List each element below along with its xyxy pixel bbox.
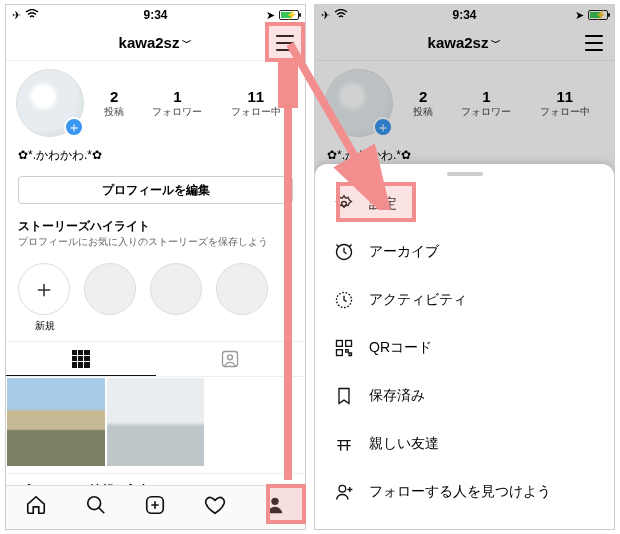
plus-square-icon bbox=[144, 494, 166, 516]
menu-archive[interactable]: アーカイブ bbox=[315, 228, 614, 276]
nav-new[interactable] bbox=[143, 494, 167, 521]
profile-screen: ✈ 9:34 ➤ ⚡ kawa2sz﹀ ＋ 2投稿 1フォロワー 11フォロー中… bbox=[5, 4, 306, 530]
activity-icon bbox=[333, 290, 355, 310]
svg-rect-0 bbox=[223, 352, 238, 367]
archive-icon bbox=[333, 242, 355, 262]
menu-settings[interactable]: 設定 bbox=[315, 180, 614, 228]
profile-header: kawa2sz﹀ bbox=[6, 25, 305, 61]
highlight-new[interactable]: ＋新規 bbox=[18, 263, 72, 333]
svg-point-1 bbox=[228, 355, 233, 360]
nav-profile[interactable] bbox=[263, 494, 287, 521]
highlight-placeholder bbox=[216, 263, 270, 333]
highlights-subtitle: プロフィールにお気に入りのストーリーズを保存しよう bbox=[18, 235, 293, 249]
sheet-handle[interactable] bbox=[447, 172, 483, 176]
svg-point-11 bbox=[339, 485, 346, 492]
highlights-section: ストーリーズハイライト プロフィールにお気に入りのストーリーズを保存しよう bbox=[6, 214, 305, 255]
profile-tabs bbox=[6, 341, 305, 377]
username-dropdown[interactable]: kawa2sz﹀ bbox=[119, 34, 193, 51]
status-time: 9:34 bbox=[6, 8, 305, 22]
menu-close-friends[interactable]: 親しい友達 bbox=[315, 420, 614, 468]
profile-stats-row: ＋ 2投稿 1フォロワー 11フォロー中 bbox=[6, 61, 305, 143]
svg-point-4 bbox=[271, 498, 278, 505]
menu-activity[interactable]: アクティビティ bbox=[315, 276, 614, 324]
nav-activity[interactable] bbox=[203, 494, 227, 521]
tagged-icon bbox=[220, 349, 240, 369]
battery-icon: ⚡ bbox=[279, 10, 299, 20]
bottom-nav bbox=[6, 485, 305, 529]
nav-search[interactable] bbox=[84, 494, 108, 521]
qr-icon bbox=[333, 338, 355, 358]
avatar-wrap[interactable]: ＋ bbox=[16, 69, 84, 137]
highlight-placeholder bbox=[150, 263, 204, 333]
home-icon bbox=[25, 494, 47, 516]
edit-profile-button[interactable]: プロフィールを編集 bbox=[18, 176, 293, 204]
highlight-placeholder bbox=[84, 263, 138, 333]
gear-icon bbox=[333, 194, 355, 214]
close-friends-icon bbox=[333, 434, 355, 454]
stat-followers[interactable]: 1フォロワー bbox=[152, 88, 202, 119]
menu-sheet: 設定 アーカイブ アクティビティ QRコード 保存済み 親しい友達 フォローする… bbox=[315, 164, 614, 529]
menu-screen: ✈ 9:34 ➤⚡ kawa2sz﹀ ＋ 2投稿 1フォロワー 11フォロー中 … bbox=[314, 4, 615, 530]
svg-rect-9 bbox=[346, 341, 352, 347]
highlights-row: ＋新規 bbox=[6, 255, 305, 335]
menu-qr[interactable]: QRコード bbox=[315, 324, 614, 372]
tab-grid[interactable] bbox=[6, 342, 156, 376]
tab-tagged[interactable] bbox=[156, 342, 306, 376]
grid-icon bbox=[72, 350, 90, 368]
stat-following[interactable]: 11フォロー中 bbox=[231, 88, 281, 119]
bio-text: ✿*.かわかわ.*✿ bbox=[6, 143, 305, 172]
status-bar: ✈ 9:34 ➤ ⚡ bbox=[6, 5, 305, 25]
menu-saved[interactable]: 保存済み bbox=[315, 372, 614, 420]
stat-posts[interactable]: 2投稿 bbox=[104, 88, 124, 119]
svg-rect-8 bbox=[337, 341, 343, 347]
person-icon bbox=[264, 494, 286, 516]
search-icon bbox=[85, 494, 107, 516]
add-story-icon[interactable]: ＋ bbox=[64, 117, 84, 137]
menu-button[interactable] bbox=[273, 31, 297, 55]
chevron-down-icon: ﹀ bbox=[182, 36, 192, 50]
menu-discover[interactable]: フォローする人を見つけよう bbox=[315, 468, 614, 516]
nav-home[interactable] bbox=[24, 494, 48, 521]
highlights-title: ストーリーズハイライト bbox=[18, 218, 293, 235]
heart-icon bbox=[204, 494, 226, 516]
discover-icon bbox=[333, 482, 355, 502]
svg-point-2 bbox=[87, 497, 100, 510]
bookmark-icon bbox=[333, 386, 355, 406]
post-thumbnails[interactable] bbox=[6, 377, 305, 467]
svg-rect-10 bbox=[337, 350, 343, 356]
